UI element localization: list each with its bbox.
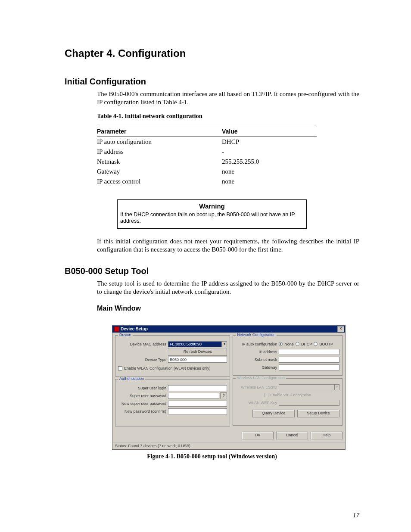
network-group: Network Configuration IP auto configurat…: [233, 335, 342, 376]
enable-wlan-checkbox[interactable]: [118, 366, 122, 370]
figure-caption: Figure 4-1. B050-000 setup tool (Windows…: [65, 453, 359, 460]
config-table: Parameter Value IP auto configuration DH…: [97, 126, 317, 187]
table-row: IP access control none: [97, 177, 317, 187]
subsection-main-window: Main Window: [97, 305, 359, 312]
table-row: IP auto configuration DHCP: [97, 137, 317, 147]
wep-checkbox: [264, 393, 268, 397]
essid-field: [279, 384, 334, 390]
radio-dhcp-label: DHCP: [301, 342, 312, 346]
device-type-label: Device Type: [118, 358, 168, 362]
cancel-button[interactable]: Cancel: [276, 432, 308, 439]
radio-dhcp[interactable]: [296, 342, 299, 346]
warning-title: Warning: [120, 202, 304, 210]
table-row: Gateway none: [97, 167, 317, 177]
gateway-label: Gateway: [236, 365, 279, 370]
setup-device-button[interactable]: Setup Device: [297, 410, 339, 417]
radio-none-label: None: [284, 342, 294, 346]
radio-none[interactable]: [279, 342, 283, 346]
essid-label: Wireless LAN ESSID: [236, 385, 279, 389]
essid-dropdown-icon: ▾: [334, 384, 339, 390]
super-pass-label: Super user password: [118, 394, 168, 398]
table-row: IP address -: [97, 147, 317, 157]
table-header-param: Parameter: [97, 126, 222, 137]
confirm-pass-field[interactable]: [168, 408, 227, 414]
initial-config-intro: The B050-000's communication interfaces …: [97, 90, 359, 106]
new-pass-field[interactable]: [168, 401, 227, 407]
initial-config-after: If this initial configuration does not m…: [97, 237, 359, 254]
setup-tool-intro: The setup tool is used to determine the …: [97, 280, 359, 296]
status-bar: Status: Found 7 devices (7 network, 0 US…: [112, 442, 345, 449]
ip-label: IP address: [236, 350, 279, 354]
section-setup-tool-title: B050-000 Setup Tool: [65, 266, 359, 276]
authentication-group: Authentication Super user login Super us…: [115, 379, 230, 426]
page-number: 17: [353, 512, 359, 519]
window-title: Device Setup: [121, 327, 148, 331]
radio-bootp[interactable]: [314, 342, 318, 346]
table-header-value: Value: [222, 126, 317, 137]
password-help-icon[interactable]: ?: [220, 392, 227, 399]
network-legend: Network Configuration: [236, 333, 277, 337]
mac-label: Device MAC address: [118, 342, 168, 346]
chapter-title: Chapter 4. Configuration: [65, 47, 359, 59]
device-type-field[interactable]: B050-000: [168, 357, 227, 363]
super-pass-field[interactable]: [168, 393, 219, 399]
warning-box: Warning If the DHCP connection fails on …: [117, 199, 307, 229]
close-button[interactable]: ×: [337, 326, 344, 332]
super-login-field[interactable]: [168, 385, 227, 391]
wlan-group: Wireless LAN Configuration Wireless LAN …: [233, 378, 342, 426]
new-pass-label: New super user password: [118, 401, 168, 406]
super-login-label: Super user login: [118, 386, 168, 390]
gateway-field[interactable]: [279, 364, 339, 370]
confirm-pass-label: New password (confirm): [118, 409, 168, 414]
subnet-field[interactable]: [279, 357, 339, 363]
section-initial-config-title: Initial Configuration: [65, 77, 359, 87]
auth-legend: Authentication: [118, 376, 145, 381]
ip-field[interactable]: [279, 349, 339, 355]
enable-wlan-label: Enable WLAN Configuration (WLAN Devices …: [124, 366, 211, 370]
window-titlebar: Device Setup ×: [112, 326, 345, 333]
wepkey-label: WLAN WEP Key: [236, 401, 279, 405]
table-caption: Table 4-1. Initial network configuration: [97, 112, 359, 120]
ok-button[interactable]: OK: [242, 432, 274, 439]
device-legend: Device: [118, 333, 133, 337]
app-icon: [114, 327, 119, 332]
ipauto-label: IP auto configuration: [236, 342, 279, 346]
query-device-button[interactable]: Query Device: [252, 410, 295, 417]
mac-address-field[interactable]: FE:00:00:50:00:98: [168, 341, 222, 347]
radio-bootp-label: BOOTP: [319, 342, 333, 346]
device-group: Device Device MAC address FE:00:00:50:00…: [115, 335, 230, 376]
refresh-devices-button[interactable]: Refresh Devices: [168, 348, 227, 356]
wep-label: Enable WEP encryption: [270, 393, 311, 397]
wlan-legend: Wireless LAN Configuration: [236, 376, 286, 380]
warning-body: If the DHCP connection fails on boot up,…: [120, 212, 304, 225]
help-button[interactable]: Help: [311, 432, 342, 439]
device-setup-window: Device Setup × Device Device MAC address…: [112, 325, 346, 450]
mac-dropdown-icon[interactable]: ▾: [222, 341, 227, 347]
subnet-label: Subnet mask: [236, 358, 279, 362]
table-row: Netmask 255.255.255.0: [97, 157, 317, 167]
wepkey-field: [279, 400, 339, 406]
